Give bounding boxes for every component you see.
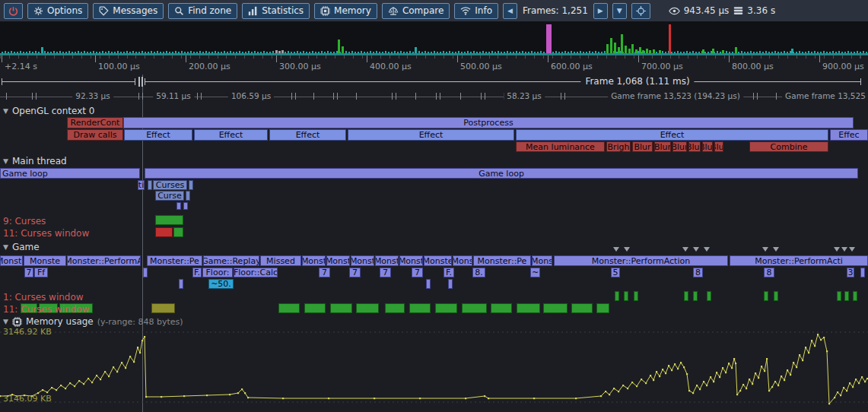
timeline-zone[interactable]: Effect (194, 129, 268, 141)
collapsed-marker-icon[interactable] (773, 247, 779, 252)
prev-frame-button[interactable]: ◀ (503, 3, 517, 19)
timeline-zone[interactable]: 5 (611, 268, 620, 277)
timeline-zone[interactable] (684, 291, 688, 301)
collapsed-marker-icon[interactable] (682, 247, 688, 252)
timeline-zone[interactable] (151, 303, 175, 313)
timeline-zone[interactable]: 8 (764, 268, 774, 277)
timeline-zone[interactable]: Mean luminance (516, 141, 605, 152)
timeline-zone[interactable]: Ff (34, 268, 48, 277)
section-header-game[interactable]: ▼Game (3, 242, 40, 252)
timeline-zone[interactable]: Monst (375, 255, 399, 266)
section-header-main-thread[interactable]: ▼Main thread (3, 156, 67, 166)
timeline-zone[interactable]: Effect (516, 129, 828, 141)
timeline-zone[interactable]: Blur (672, 141, 687, 152)
timeline-zone[interactable]: Floor::Calc (234, 268, 278, 277)
timeline-zone[interactable] (385, 303, 405, 313)
timeline-zone[interactable] (517, 303, 540, 313)
focus-frame-button[interactable] (631, 3, 650, 19)
info-button[interactable]: Info (454, 3, 498, 19)
timeline-zone[interactable]: Monste (424, 255, 452, 266)
timeline-zone[interactable] (356, 303, 379, 313)
timeline-zone[interactable]: Effec (830, 129, 868, 141)
timeline-zone[interactable] (774, 291, 778, 301)
timeline-zone[interactable]: Monster::PerformActi (730, 255, 868, 266)
timeline-zone[interactable]: RenderCont (67, 117, 123, 128)
timeline-zone[interactable] (764, 291, 768, 301)
collapse-arrow-icon[interactable]: ▼ (3, 107, 8, 115)
timeline-zone[interactable]: 7 (412, 268, 423, 277)
collapsed-marker-icon[interactable] (762, 247, 768, 252)
next-frame-button[interactable]: ▶ (593, 3, 608, 19)
timeline-zone[interactable]: Blur (654, 141, 671, 152)
timeline-zone[interactable] (183, 202, 188, 210)
timeline-zone[interactable]: Effect (269, 129, 346, 141)
collapsed-marker-icon[interactable] (624, 247, 630, 252)
timeline-zone[interactable] (173, 227, 183, 237)
collapsed-marker-icon[interactable] (834, 247, 840, 252)
collapse-arrow-icon[interactable]: ▼ (3, 243, 8, 251)
collapse-arrow-icon[interactable]: ▼ (3, 157, 8, 165)
timeline-zone[interactable] (615, 291, 619, 301)
timeline-zone[interactable] (155, 215, 183, 225)
timeline-zone[interactable] (853, 291, 857, 301)
timeline-zone[interactable]: ~ (530, 268, 540, 277)
timeline-zone[interactable] (448, 279, 453, 289)
statistics-button[interactable]: Statistics (242, 3, 310, 19)
options-button[interactable]: Options (27, 3, 88, 19)
go-to-frame-button[interactable]: ▼ (612, 3, 627, 19)
timeline-zone[interactable]: Monst (302, 255, 326, 266)
timeline-zone[interactable]: Monst (326, 255, 350, 266)
timeline-zone[interactable]: Monste (24, 255, 66, 266)
timeline-zone[interactable]: Blur (632, 141, 653, 152)
timeline-zone[interactable]: Postprocess (123, 117, 854, 128)
timeline-zone[interactable]: Draw calls (67, 129, 123, 141)
timeline-zone[interactable]: 7 (380, 268, 391, 277)
timeline-zone[interactable] (176, 202, 181, 210)
timeline-zone[interactable]: Monst (399, 255, 423, 266)
timeline-zone[interactable]: 8. (472, 268, 485, 277)
timeline-zone[interactable]: 8 (693, 268, 703, 277)
memory-section-header[interactable]: ▼ Memory usage (y-range: 848 bytes) (3, 316, 183, 327)
timeline-zone[interactable] (189, 180, 193, 190)
timeline-zone[interactable]: Effect (124, 129, 192, 141)
timeline-zone[interactable]: Monst (351, 255, 374, 266)
timeline-zone[interactable] (571, 303, 593, 313)
timeline-zone[interactable]: Monster::PerformAction (554, 255, 728, 266)
timeline-zone[interactable] (844, 291, 849, 301)
timeline-zone[interactable]: Floor: (202, 268, 233, 277)
timeline-zone[interactable]: Curses (153, 180, 187, 190)
timeline-zone[interactable]: 7 (349, 268, 361, 277)
timeline-zone[interactable] (462, 303, 487, 313)
timeline-zone[interactable]: Mons (532, 255, 552, 266)
timeline-zone[interactable]: Game loop (145, 168, 858, 179)
timeline-zone[interactable]: Curse (155, 191, 184, 201)
collapsed-marker-icon[interactable] (841, 247, 847, 252)
timeline-zone[interactable] (330, 303, 352, 313)
collapsed-marker-icon[interactable] (849, 247, 855, 252)
memory-usage-plot[interactable] (0, 0, 868, 412)
timeline-zone[interactable] (837, 291, 841, 301)
timeline-zone[interactable]: F. (192, 268, 202, 277)
section-header-opengl-context-0[interactable]: ▼OpenGL context 0 (3, 106, 94, 116)
timeline-zone[interactable] (155, 227, 173, 237)
collapsed-marker-icon[interactable] (693, 247, 699, 252)
timeline-zone[interactable]: 7 (319, 268, 330, 277)
power-button[interactable] (4, 3, 23, 19)
timeline-zone[interactable] (426, 279, 431, 289)
collapsed-marker-icon[interactable] (704, 247, 710, 252)
timeline-zone[interactable]: Brigh (606, 141, 631, 152)
timeline-zone[interactable]: Combine (749, 141, 828, 152)
timeline-zone[interactable] (543, 303, 568, 313)
timeline-zone[interactable] (491, 303, 512, 313)
timeline-zone[interactable] (278, 303, 300, 313)
timeline-zone[interactable]: Blur (688, 141, 701, 152)
timeline-zone[interactable]: 7 (24, 268, 33, 277)
timeline-zone[interactable]: ~50. (208, 279, 234, 289)
timeline-zone[interactable]: Game::Replay (203, 255, 259, 266)
timeline-zone[interactable] (409, 303, 431, 313)
compare-button[interactable]: Compare (382, 3, 450, 19)
timeline-zone[interactable] (596, 303, 609, 313)
collapse-arrow-icon[interactable]: ▼ (3, 318, 8, 325)
timeline-zone[interactable]: Missed (260, 255, 301, 266)
timeline-zone[interactable] (634, 291, 638, 301)
